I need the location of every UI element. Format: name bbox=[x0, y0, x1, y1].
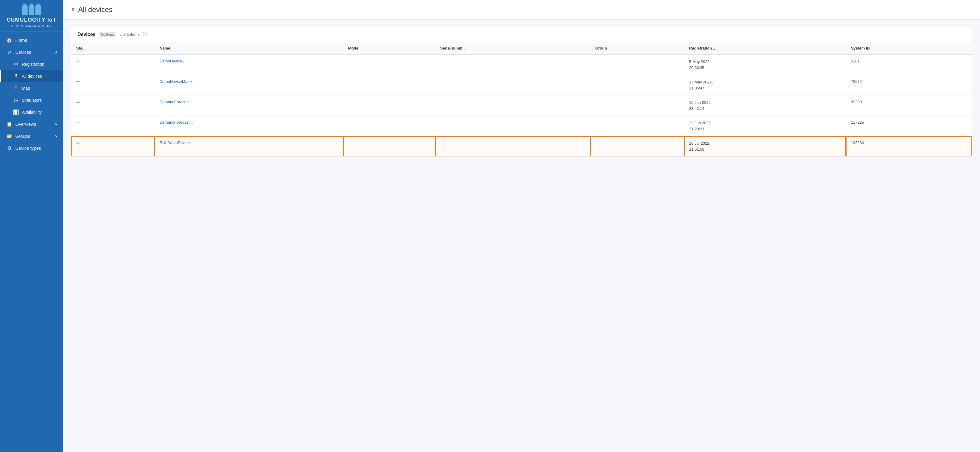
chevron-up-icon: ∧ bbox=[55, 50, 57, 54]
cell-system-id: 99200 bbox=[846, 96, 972, 116]
cell-status: ⇌ bbox=[72, 54, 155, 75]
sidebar-item-availability[interactable]: 📊 Availability bbox=[0, 106, 63, 118]
col-group: Group bbox=[590, 42, 684, 54]
cell-name[interactable]: DemoDeviceMatrix bbox=[155, 75, 344, 96]
cell-status: ⇌ bbox=[72, 96, 155, 116]
devices-table: Sta... Name Model Serial numb... Group R… bbox=[72, 42, 972, 157]
sidebar-item-map[interactable]: 📍 Map bbox=[0, 82, 63, 94]
cell-group bbox=[590, 96, 684, 116]
items-count: 5 of 5 items bbox=[119, 32, 140, 37]
cell-status: ⇌ bbox=[72, 136, 155, 157]
card-header: Devices No filters 5 of 5 items ⓘ bbox=[72, 27, 972, 42]
sidebar-item-all-devices[interactable]: ⠿ All devices bbox=[0, 70, 63, 82]
cell-group bbox=[590, 136, 684, 157]
cell-system-id: 2201 bbox=[846, 54, 972, 75]
table-row[interactable]: ⇌RULDemoDevice28 Jul 2022, 11:51:5919323… bbox=[72, 136, 972, 157]
sidebar-item-simulators[interactable]: ◎ Simulators bbox=[0, 94, 63, 106]
cell-system-id: 117225 bbox=[846, 116, 972, 136]
cell-group bbox=[590, 116, 684, 136]
help-icon[interactable]: ⓘ bbox=[142, 32, 147, 37]
brand: CUMULOCITY IoT DEVICE MANAGEMENT bbox=[0, 0, 63, 32]
chevron-down-icon-overviews: ∨ bbox=[55, 122, 57, 126]
content-area: Devices No filters 5 of 5 items ⓘ Sta...… bbox=[63, 19, 980, 452]
table-row[interactable]: ⇌DemoDeviceMatrix17 May 2022, 21:05:4770… bbox=[72, 75, 972, 96]
brand-title: CUMULOCITY IoT bbox=[3, 17, 59, 23]
transfer-icon: ⇌ bbox=[76, 120, 80, 125]
cell-name[interactable]: DemoDevice1 bbox=[155, 54, 344, 75]
transfer-icon: ⇌ bbox=[76, 141, 80, 145]
sidebar-label-all-devices: All devices bbox=[22, 74, 42, 79]
cell-registration: 28 Jul 2022, 11:51:59 bbox=[684, 136, 846, 157]
device-name-link[interactable]: DemandForecast... bbox=[159, 100, 193, 104]
cell-serial bbox=[436, 116, 590, 136]
cell-name[interactable]: RULDemoDevice bbox=[155, 136, 344, 157]
page-title: All devices bbox=[78, 5, 113, 14]
col-systemid: System ID bbox=[846, 42, 972, 54]
cell-serial bbox=[436, 136, 590, 157]
cell-model bbox=[344, 54, 436, 75]
sidebar-label-simulators: Simulators bbox=[22, 98, 42, 103]
col-serial: Serial numb... bbox=[436, 42, 590, 54]
cell-registration: 5 May 2022, 20:33:35 bbox=[684, 54, 846, 75]
sidebar-label-groups: Groups bbox=[15, 134, 30, 139]
cell-group bbox=[590, 54, 684, 75]
groups-icon: 📁 bbox=[6, 133, 12, 139]
cell-system-id: 70672 bbox=[846, 75, 972, 96]
cell-serial bbox=[436, 96, 590, 116]
table-row[interactable]: ⇌DemandForecast...16 Jun 2022, 23:42:149… bbox=[72, 96, 972, 116]
sidebar-item-registration[interactable]: ✂ Registration bbox=[0, 58, 63, 70]
table-header-row: Sta... Name Model Serial numb... Group R… bbox=[72, 42, 972, 54]
cell-registration: 23 Jun 2022, 21:23:21 bbox=[684, 116, 846, 136]
col-name: Name bbox=[155, 42, 344, 54]
cell-system-id: 193234 bbox=[846, 136, 972, 157]
device-name-link[interactable]: DemoDevice1 bbox=[159, 59, 184, 63]
transfer-icon: ⇌ bbox=[76, 59, 80, 64]
col-status: Sta... bbox=[72, 42, 155, 54]
simulators-icon: ◎ bbox=[13, 97, 19, 103]
sidebar-item-groups[interactable]: 📁 Groups ∨ bbox=[0, 130, 63, 142]
availability-icon: 📊 bbox=[13, 109, 19, 115]
sidebar-label-registration: Registration bbox=[22, 62, 45, 67]
cell-name[interactable]: DemandForecast... bbox=[155, 96, 344, 116]
registration-icon: ✂ bbox=[13, 61, 19, 67]
device-name-link[interactable]: DemandForecast... bbox=[159, 120, 193, 125]
sidebar-label-overviews: Overviews bbox=[15, 121, 36, 127]
main-content: ≡ All devices Devices No filters 5 of 5 … bbox=[63, 0, 980, 452]
col-model: Model bbox=[344, 42, 436, 54]
cell-group bbox=[590, 75, 684, 96]
table-row[interactable]: ⇌DemandForecast...23 Jun 2022, 21:23:211… bbox=[72, 116, 972, 136]
cell-model bbox=[344, 75, 436, 96]
sidebar-label-home: Home bbox=[15, 38, 27, 43]
page-header-icon: ≡ bbox=[72, 6, 75, 13]
sidebar-item-device-types[interactable]: ⚙ Device types bbox=[0, 142, 63, 154]
device-name-link[interactable]: RULDemoDevice bbox=[159, 141, 189, 145]
page-header: ≡ All devices bbox=[63, 0, 980, 19]
sidebar-label-device-types: Device types bbox=[15, 145, 41, 151]
cell-status: ⇌ bbox=[72, 116, 155, 136]
sidebar-nav: 🏠 Home ⇌ Devices ∧ ✂ Registration ⠿ All … bbox=[0, 32, 63, 452]
no-filters-badge[interactable]: No filters bbox=[99, 32, 116, 37]
cell-registration: 16 Jun 2022, 23:42:14 bbox=[684, 96, 846, 116]
table-row[interactable]: ⇌DemoDevice15 May 2022, 20:33:352201 bbox=[72, 54, 972, 75]
transfer-icon: ⇌ bbox=[76, 79, 80, 84]
sidebar-item-devices[interactable]: ⇌ Devices ∧ bbox=[0, 46, 63, 58]
table-header: Sta... Name Model Serial numb... Group R… bbox=[72, 42, 972, 54]
overviews-icon: 📋 bbox=[6, 121, 12, 127]
home-icon: 🏠 bbox=[6, 37, 12, 43]
cell-serial bbox=[436, 75, 590, 96]
sidebar-label-map: Map bbox=[22, 86, 30, 91]
sidebar-item-home[interactable]: 🏠 Home bbox=[0, 34, 63, 46]
sidebar-label-availability: Availability bbox=[22, 110, 42, 115]
transfer-icon: ⇌ bbox=[76, 100, 80, 104]
col-registration: Registration ... bbox=[684, 42, 846, 54]
brand-icon bbox=[3, 5, 59, 15]
all-devices-icon: ⠿ bbox=[13, 73, 19, 79]
cell-name[interactable]: DemandForecast... bbox=[155, 116, 344, 136]
table-body: ⇌DemoDevice15 May 2022, 20:33:352201⇌Dem… bbox=[72, 54, 972, 157]
cell-serial bbox=[436, 54, 590, 75]
device-name-link[interactable]: DemoDeviceMatrix bbox=[159, 79, 192, 84]
brand-subtitle: DEVICE MANAGEMENT bbox=[3, 25, 59, 28]
sidebar-item-overviews[interactable]: 📋 Overviews ∨ bbox=[0, 118, 63, 130]
plug-icon-1 bbox=[22, 5, 28, 15]
sidebar: CUMULOCITY IoT DEVICE MANAGEMENT 🏠 Home … bbox=[0, 0, 63, 452]
